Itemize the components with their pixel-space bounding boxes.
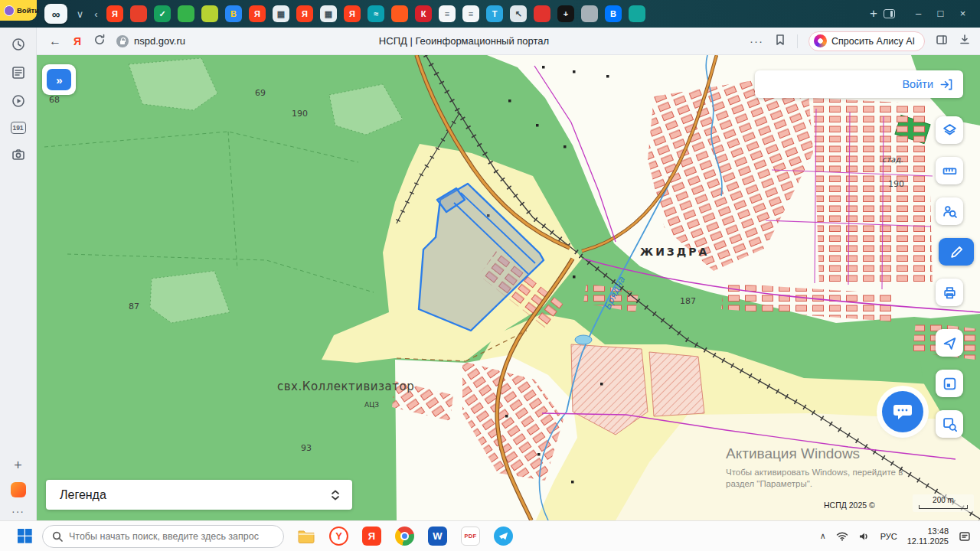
tab-site-vk[interactable]: В <box>605 5 622 22</box>
tab-nav-back[interactable]: ‹ <box>90 5 102 22</box>
address-bar-actions: ··· Спросить Алису AI <box>750 31 971 51</box>
notification-center-icon[interactable] <box>959 530 971 543</box>
windows-taskbar: Y Я W PDF ∧ РУС 13:48 12.11.2025 <box>0 520 980 551</box>
tab-site-black-plus[interactable]: + <box>557 5 574 22</box>
legend-panel[interactable]: Легенда <box>46 480 352 510</box>
file-explorer-icon[interactable] <box>296 527 315 546</box>
tab-site-teal[interactable] <box>629 5 645 22</box>
sidebar-expand-button[interactable]: » <box>42 64 76 95</box>
yandex-browser-icon[interactable]: Y <box>329 527 348 546</box>
sidebar-add-icon[interactable]: + <box>14 459 22 471</box>
yandex-app-icon[interactable]: Я <box>362 527 381 546</box>
tab-yandex-2[interactable]: Я <box>249 5 266 22</box>
volume-icon[interactable] <box>858 530 871 543</box>
sidebar-more-icon[interactable]: ··· <box>11 508 24 514</box>
telegram-icon[interactable] <box>494 527 513 546</box>
draw-tool-button[interactable] <box>939 238 974 266</box>
search-owner-button[interactable] <box>936 197 963 225</box>
screenshot-icon[interactable] <box>11 147 26 162</box>
chat-bubble-icon <box>892 401 913 422</box>
tab-yandex-1[interactable]: Я <box>106 5 123 22</box>
minimize-button[interactable]: – <box>907 0 929 28</box>
map-login-bar[interactable]: Войти <box>755 70 963 98</box>
measure-button[interactable] <box>936 157 963 184</box>
svg-text:190: 190 <box>292 109 308 119</box>
tab-site-orange[interactable] <box>391 5 408 22</box>
chat-fab-button[interactable] <box>882 391 923 432</box>
word-icon[interactable]: W <box>428 527 447 546</box>
sidebar-toggle-icon[interactable] <box>884 9 895 18</box>
site-info[interactable]: nspd.gov.ru <box>116 35 185 47</box>
tab-site-grey[interactable] <box>581 5 598 22</box>
wifi-icon[interactable] <box>836 530 848 543</box>
more-actions-icon[interactable]: ··· <box>750 34 763 47</box>
video-play-icon[interactable] <box>11 93 26 109</box>
tab-site-grid-1[interactable]: ▦ <box>273 5 289 22</box>
sidebar-bottom-group: + ··· <box>11 459 26 514</box>
profile-login-chip[interactable]: Войти <box>0 0 37 21</box>
clock-time: 13:48 <box>927 527 949 536</box>
language-indicator[interactable]: РУС <box>880 532 897 541</box>
start-button[interactable] <box>18 529 32 543</box>
svg-text:ЖИЗДРА: ЖИЗДРА <box>640 246 709 258</box>
tab-site-grid-2[interactable]: ▦ <box>320 5 337 22</box>
ask-alice-button[interactable]: Спросить Алису AI <box>808 31 925 51</box>
close-button[interactable]: × <box>952 0 974 28</box>
scale-bar: 200 m <box>913 494 974 512</box>
feed-icon[interactable] <box>11 65 26 80</box>
alice-icon <box>814 34 827 47</box>
reload-icon[interactable] <box>93 34 106 49</box>
print-button[interactable] <box>936 279 963 306</box>
tab-doc-2[interactable]: ≡ <box>462 5 479 22</box>
layers-icon <box>942 123 957 138</box>
maximize-button[interactable]: □ <box>929 0 952 28</box>
tab-yandex-3[interactable]: Я <box>296 5 313 22</box>
panels-icon[interactable] <box>936 34 948 49</box>
tray-expand-icon[interactable]: ∧ <box>820 531 826 541</box>
ask-alice-label: Спросить Алису AI <box>831 36 915 47</box>
tab-site-teal-wave[interactable]: ≈ <box>368 5 384 22</box>
bookmark-icon[interactable] <box>774 34 786 49</box>
tab-yandex-4[interactable]: Я <box>344 5 361 22</box>
map-viewport: ЖИЗДРА свх.Коллективизатор Брядна стад. … <box>37 55 980 520</box>
tab-site-blue-v[interactable]: В <box>225 5 242 22</box>
tab-counter-badge[interactable]: 191 <box>11 122 26 134</box>
new-tab-button[interactable]: + <box>870 6 877 21</box>
expand-collapse-icon <box>329 488 341 502</box>
taskbar-search-input[interactable] <box>69 531 274 542</box>
yandex-home-icon[interactable]: Я <box>74 35 81 47</box>
tab-site-red-2[interactable] <box>534 5 550 22</box>
back-icon[interactable]: ← <box>49 34 61 48</box>
tab-site-green-check[interactable]: ✓ <box>154 5 171 22</box>
history-icon[interactable] <box>11 37 26 52</box>
printer-icon <box>942 285 957 300</box>
tab-site-cursor[interactable]: ↖ <box>510 5 527 22</box>
downloads-icon[interactable] <box>959 34 971 49</box>
svg-text:68: 68 <box>49 95 60 105</box>
svg-text:свх.Коллективизатор: свх.Коллективизатор <box>277 380 414 393</box>
yandex-services-icon[interactable] <box>11 482 26 497</box>
taskbar-clock[interactable]: 13:48 12.11.2025 <box>907 527 949 546</box>
taskbar-search[interactable] <box>42 525 284 548</box>
map-canvas[interactable]: ЖИЗДРА свх.Коллективизатор Брядна стад. … <box>37 55 980 520</box>
tab-site-lime[interactable] <box>201 5 218 22</box>
clock-date: 12.11.2025 <box>907 536 949 546</box>
tab-site-kino[interactable]: К <box>415 5 432 22</box>
tab-site-green[interactable] <box>178 5 194 22</box>
zoom-area-button[interactable] <box>936 410 963 438</box>
tab-active[interactable]: ∞ <box>44 4 67 24</box>
browser-tab-bar: Войти ∞∨‹Я✓ВЯ▦Я▦Я≈К≡≡T↖+В + – □ × <box>0 0 980 28</box>
tab-list-dropdown[interactable]: ∨ <box>74 5 86 22</box>
pdf-icon[interactable]: PDF <box>461 527 480 546</box>
chrome-icon[interactable] <box>395 527 414 546</box>
locate-button[interactable] <box>936 329 963 357</box>
tab-site-tg[interactable]: T <box>486 5 503 22</box>
screenshot-area-button[interactable] <box>936 370 963 397</box>
tab-doc-1[interactable]: ≡ <box>439 5 456 22</box>
tab-site-red[interactable] <box>130 5 147 22</box>
layers-button[interactable] <box>936 116 963 144</box>
browser-sidebar: 191 + ··· <box>0 28 37 520</box>
scale-label: 200 m <box>916 496 971 504</box>
svg-text:69: 69 <box>255 88 266 98</box>
zoom-area-icon <box>942 417 957 432</box>
